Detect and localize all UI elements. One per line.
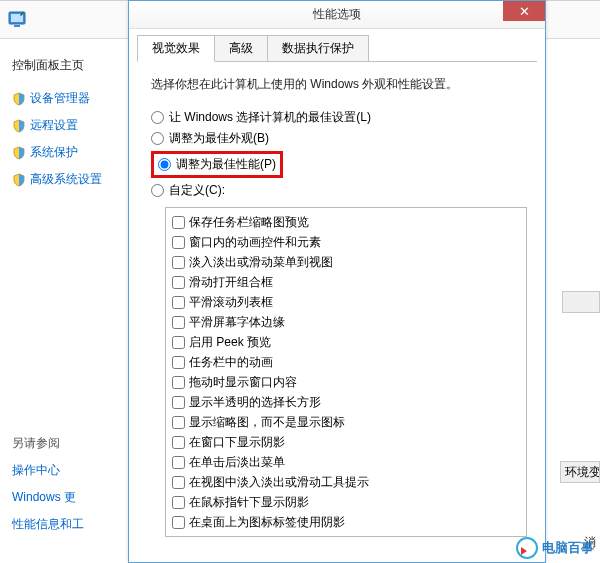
close-icon: ✕	[519, 4, 530, 19]
checkbox-input[interactable]	[172, 256, 185, 269]
checklist-item[interactable]: 显示缩略图，而不是显示图标	[172, 412, 520, 432]
checklist-item[interactable]: 显示半透明的选择长方形	[172, 392, 520, 412]
radio-label: 调整为最佳性能(P)	[176, 156, 276, 173]
checkbox-input[interactable]	[172, 416, 185, 429]
check-label: 启用 Peek 预览	[189, 333, 271, 351]
checkbox-input[interactable]	[172, 236, 185, 249]
svg-point-3	[22, 12, 24, 14]
checkbox-input[interactable]	[172, 316, 185, 329]
radio-best-performance-row: 调整为最佳性能(P)	[151, 149, 527, 180]
check-label: 在单击后淡出菜单	[189, 453, 285, 471]
radio-let-windows-choose[interactable]: 让 Windows 选择计算机的最佳设置(L)	[151, 107, 527, 128]
radio-label: 调整为最佳外观(B)	[169, 130, 269, 147]
checklist-item[interactable]: 启用 Peek 预览	[172, 332, 520, 352]
radio-input[interactable]	[158, 158, 171, 171]
checklist-item[interactable]: 窗口内的动画控件和元素	[172, 232, 520, 252]
check-label: 窗口内的动画控件和元素	[189, 233, 321, 251]
checkbox-input[interactable]	[172, 536, 185, 538]
environment-variables-button[interactable]: 环境变	[560, 461, 600, 483]
checklist-item[interactable]: 在视图中淡入淡出或滑动工具提示	[172, 472, 520, 492]
checklist-item[interactable]: 平滑屏幕字体边缘	[172, 312, 520, 332]
link-label: 系统保护	[30, 144, 78, 161]
check-label: 保存任务栏缩略图预览	[189, 213, 309, 231]
system-icon	[8, 11, 26, 29]
check-label: 平滑屏幕字体边缘	[189, 313, 285, 331]
check-label: 显示半透明的选择长方形	[189, 393, 321, 411]
checkbox-input[interactable]	[172, 396, 185, 409]
check-label: 在鼠标指针下显示阴影	[189, 493, 309, 511]
checkbox-input[interactable]	[172, 356, 185, 369]
watermark: 电脑百事	[516, 537, 594, 559]
check-label: 拖动时显示窗口内容	[189, 373, 297, 391]
performance-options-dialog: 性能选项 ✕ 视觉效果 高级 数据执行保护 选择你想在此计算机上使用的 Wind…	[128, 0, 546, 563]
sidebar-link-advanced-system-settings[interactable]: 高级系统设置	[12, 171, 110, 188]
sidebar-link-remote-settings[interactable]: 远程设置	[12, 117, 110, 134]
checkbox-input[interactable]	[172, 376, 185, 389]
checkbox-input[interactable]	[172, 516, 185, 529]
see-also-performance-info[interactable]: 性能信息和工	[12, 516, 122, 533]
shield-icon	[12, 92, 26, 106]
link-label: 高级系统设置	[30, 171, 102, 188]
intro-text: 选择你想在此计算机上使用的 Windows 外观和性能设置。	[151, 76, 527, 93]
checklist-item[interactable]: 淡入淡出或滑动菜单到视图	[172, 252, 520, 272]
checklist-item[interactable]: 在鼠标指针下显示阴影	[172, 492, 520, 512]
see-also-title: 另请参阅	[12, 435, 122, 452]
close-button[interactable]: ✕	[503, 1, 545, 21]
tab-dep[interactable]: 数据执行保护	[267, 35, 369, 61]
tab-advanced[interactable]: 高级	[214, 35, 268, 61]
see-also-action-center[interactable]: 操作中心	[12, 462, 122, 479]
shield-icon	[12, 119, 26, 133]
watermark-text: 电脑百事	[542, 539, 594, 557]
radio-input[interactable]	[151, 132, 164, 145]
checkbox-input[interactable]	[172, 456, 185, 469]
radio-label: 让 Windows 选择计算机的最佳设置(L)	[169, 109, 371, 126]
checkbox-input[interactable]	[172, 496, 185, 509]
check-label: 在窗口下显示阴影	[189, 433, 285, 451]
checklist-item[interactable]: 保存任务栏缩略图预览	[172, 212, 520, 232]
checklist-item[interactable]: 在最大化和最小化时显示窗口动画	[172, 532, 520, 537]
link-label: 设备管理器	[30, 90, 90, 107]
checkbox-input[interactable]	[172, 336, 185, 349]
checkbox-input[interactable]	[172, 476, 185, 489]
sidebar-link-device-manager[interactable]: 设备管理器	[12, 90, 110, 107]
radio-input[interactable]	[151, 184, 164, 197]
radio-best-appearance[interactable]: 调整为最佳外观(B)	[151, 128, 527, 149]
check-label: 在桌面上为图标标签使用阴影	[189, 513, 345, 531]
checkbox-input[interactable]	[172, 296, 185, 309]
shield-icon	[12, 173, 26, 187]
dialog-body: 选择你想在此计算机上使用的 Windows 外观和性能设置。 让 Windows…	[137, 62, 537, 547]
check-label: 显示缩略图，而不是显示图标	[189, 413, 345, 431]
radio-custom[interactable]: 自定义(C):	[151, 180, 527, 201]
check-label: 在视图中淡入淡出或滑动工具提示	[189, 473, 369, 491]
checklist-item[interactable]: 在单击后淡出菜单	[172, 452, 520, 472]
tab-visual-effects[interactable]: 视觉效果	[137, 35, 215, 62]
link-label: 远程设置	[30, 117, 78, 134]
watermark-logo-icon	[516, 537, 538, 559]
checkbox-input[interactable]	[172, 436, 185, 449]
tab-strip: 视觉效果 高级 数据执行保护	[137, 35, 537, 62]
sidebar-link-system-protection[interactable]: 系统保护	[12, 144, 110, 161]
visual-effects-checklist[interactable]: 保存任务栏缩略图预览 窗口内的动画控件和元素 淡入淡出或滑动菜单到视图 滑动打开…	[165, 207, 527, 537]
checklist-item[interactable]: 在窗口下显示阴影	[172, 432, 520, 452]
check-label: 任务栏中的动画	[189, 353, 273, 371]
see-also-section: 另请参阅 操作中心 Windows 更 性能信息和工	[12, 435, 122, 543]
shield-icon	[12, 146, 26, 160]
check-label: 滑动打开组合框	[189, 273, 273, 291]
checklist-item[interactable]: 在桌面上为图标标签使用阴影	[172, 512, 520, 532]
checklist-item[interactable]: 平滑滚动列表框	[172, 292, 520, 312]
dialog-title: 性能选项	[313, 6, 361, 23]
see-also-windows-update[interactable]: Windows 更	[12, 489, 122, 506]
radio-label: 自定义(C):	[169, 182, 225, 199]
checkbox-input[interactable]	[172, 276, 185, 289]
radio-input[interactable]	[151, 111, 164, 124]
radio-group: 让 Windows 选择计算机的最佳设置(L) 调整为最佳外观(B) 调整为最佳…	[151, 107, 527, 201]
checkbox-input[interactable]	[172, 216, 185, 229]
checklist-item[interactable]: 任务栏中的动画	[172, 352, 520, 372]
check-label: 在最大化和最小化时显示窗口动画	[189, 533, 369, 537]
partial-button[interactable]	[562, 291, 600, 313]
checklist-item[interactable]: 拖动时显示窗口内容	[172, 372, 520, 392]
sidebar-title: 控制面板主页	[12, 57, 110, 74]
dialog-titlebar[interactable]: 性能选项 ✕	[129, 1, 545, 29]
check-label: 淡入淡出或滑动菜单到视图	[189, 253, 333, 271]
checklist-item[interactable]: 滑动打开组合框	[172, 272, 520, 292]
